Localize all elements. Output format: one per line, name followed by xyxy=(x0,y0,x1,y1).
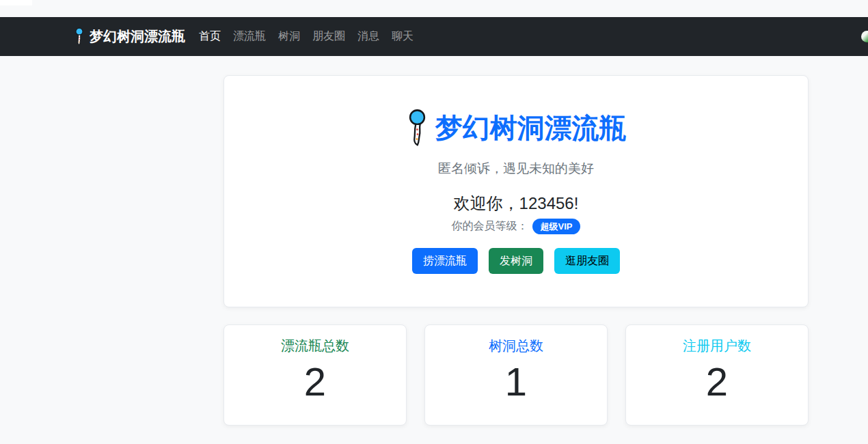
nav-item-tree-hole[interactable]: 树洞 xyxy=(272,24,306,49)
nav-item-messages[interactable]: 消息 xyxy=(351,24,385,49)
member-level-row: 你的会员等级： 超级VIP xyxy=(224,218,808,234)
vip-badge: 超级VIP xyxy=(532,219,581,234)
stat-value: 1 xyxy=(425,358,607,406)
navbar: 梦幻树洞漂流瓶 首页 漂流瓶 树洞 朋友圈 消息 聊天 xyxy=(0,17,868,56)
stat-card-tree-holes: 树洞总数 1 xyxy=(424,324,608,426)
brand-link[interactable]: 梦幻树洞漂流瓶 xyxy=(74,27,185,46)
browse-moments-button[interactable]: 逛朋友圈 xyxy=(554,248,620,274)
screen-corner-artifact xyxy=(0,0,32,5)
action-buttons: 捞漂流瓶 发树洞 逛朋友圈 xyxy=(224,248,808,274)
welcome-card: 梦幻树洞漂流瓶 匿名倾诉，遇见未知的美好 欢迎你，123456! 你的会员等级：… xyxy=(223,75,809,307)
nav-item-home[interactable]: 首页 xyxy=(193,24,227,49)
post-tree-hole-button[interactable]: 发树洞 xyxy=(489,248,543,274)
edge-floating-widget[interactable] xyxy=(861,31,868,42)
stat-value: 2 xyxy=(626,358,808,406)
nav-menu: 首页 漂流瓶 树洞 朋友圈 消息 聊天 xyxy=(193,24,420,49)
top-strip xyxy=(0,0,868,17)
brand-label: 梦幻树洞漂流瓶 xyxy=(90,27,185,46)
stats-row: 漂流瓶总数 2 树洞总数 1 注册用户数 2 xyxy=(223,324,809,426)
nav-item-chat[interactable]: 聊天 xyxy=(385,24,420,49)
page-title: 梦幻树洞漂流瓶 xyxy=(435,109,627,147)
welcome-message: 欢迎你，123456! xyxy=(224,193,808,214)
stat-label: 漂流瓶总数 xyxy=(224,336,406,355)
stat-card-registered-users: 注册用户数 2 xyxy=(625,324,809,426)
wind-chime-icon xyxy=(406,109,429,147)
fish-drift-bottle-button[interactable]: 捞漂流瓶 xyxy=(412,248,478,274)
stat-label: 注册用户数 xyxy=(626,336,808,355)
member-level-label: 你的会员等级： xyxy=(452,219,528,234)
stat-label: 树洞总数 xyxy=(425,336,607,355)
tagline: 匿名倾诉，遇见未知的美好 xyxy=(224,159,808,178)
nav-item-moments[interactable]: 朋友圈 xyxy=(306,24,351,49)
stat-value: 2 xyxy=(224,358,406,406)
main-content: 梦幻树洞漂流瓶 匿名倾诉，遇见未知的美好 欢迎你，123456! 你的会员等级：… xyxy=(223,75,809,426)
nav-item-drift-bottle[interactable]: 漂流瓶 xyxy=(227,24,272,49)
hero-title-row: 梦幻树洞漂流瓶 xyxy=(224,109,808,147)
stat-card-drift-bottles: 漂流瓶总数 2 xyxy=(223,324,407,426)
wind-chime-icon xyxy=(74,27,85,46)
